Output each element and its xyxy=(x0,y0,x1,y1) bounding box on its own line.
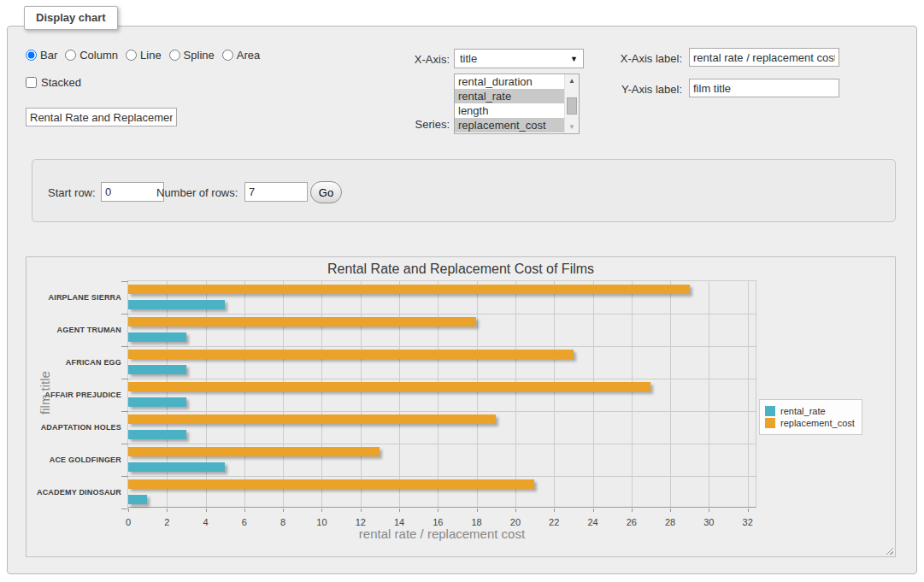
chart-type-radio-spline[interactable] xyxy=(169,50,180,61)
chart-title: Rental Rate and Replacement Cost of Film… xyxy=(26,262,895,277)
band-separator xyxy=(128,346,756,347)
gridline xyxy=(206,281,207,507)
scroll-down-icon[interactable]: ▼ xyxy=(565,121,579,133)
band-separator xyxy=(128,476,756,477)
x-axis-select[interactable]: title ▼ xyxy=(454,49,584,68)
stacked-checkbox[interactable] xyxy=(26,77,37,88)
x-axis-title: rental rate / replacement cost xyxy=(127,526,756,541)
x-tick-mark xyxy=(167,509,168,512)
band-separator xyxy=(128,314,756,315)
bar-rental_rate xyxy=(128,332,186,342)
category-label: ACADEMY DINOSAUR xyxy=(29,488,121,497)
x-tick-mark xyxy=(670,509,671,512)
x-tick-mark xyxy=(399,509,400,512)
y-axis-label-input[interactable] xyxy=(689,79,839,97)
bar-replacement_cost xyxy=(128,285,690,294)
y-tick-mark xyxy=(121,379,128,379)
band-separator xyxy=(128,379,756,379)
x-tick-mark xyxy=(244,509,245,512)
chart-type-option-spline: Spline xyxy=(169,49,215,62)
x-axis-label-caption: X-Axis label: xyxy=(598,52,682,65)
series-option-rental_rate[interactable]: rental_rate xyxy=(455,89,564,103)
chart-type-radio-column[interactable] xyxy=(65,50,76,61)
chart-type-radio-area[interactable] xyxy=(222,50,233,61)
num-rows-input[interactable] xyxy=(244,182,308,202)
series-option-rental_duration[interactable]: rental_duration xyxy=(455,74,564,89)
x-tick-mark xyxy=(632,509,633,512)
x-tick-mark xyxy=(593,509,594,512)
gridline xyxy=(632,281,633,507)
bar-replacement_cost xyxy=(128,414,496,424)
chart-type-label: Line xyxy=(140,49,162,62)
plot-area: 02468101214161820222426283032AIRPLANE SI… xyxy=(127,280,756,508)
resize-handle-icon[interactable] xyxy=(884,545,893,555)
category-label: AIRPLANE SIERRA xyxy=(29,293,121,302)
scroll-up-icon[interactable]: ▲ xyxy=(565,74,579,87)
legend-entry-replacement_cost: replacement_cost xyxy=(765,418,855,428)
bar-replacement_cost xyxy=(128,317,476,326)
scrollbar-track[interactable] xyxy=(565,87,579,121)
bar-replacement_cost xyxy=(128,479,534,489)
fieldset-legend: Display chart xyxy=(24,6,118,30)
legend-label: rental_rate xyxy=(780,406,826,416)
gridline xyxy=(438,281,438,507)
x-tick-mark xyxy=(477,509,478,512)
y-tick-mark xyxy=(121,509,128,509)
y-axis-title: film title xyxy=(38,346,52,440)
bar-replacement_cost xyxy=(128,447,380,456)
y-tick-mark xyxy=(121,314,128,315)
y-axis-label-caption: Y-Axis label: xyxy=(598,83,682,96)
y-tick-mark xyxy=(121,346,128,347)
stacked-label: Stacked xyxy=(41,76,81,89)
stacked-checkbox-row: Stacked xyxy=(26,76,81,89)
chart-type-label: Spline xyxy=(184,49,215,62)
chart-type-label: Bar xyxy=(40,49,57,62)
x-tick-mark xyxy=(361,509,362,512)
legend-label: replacement_cost xyxy=(780,418,855,428)
bar-replacement_cost xyxy=(128,350,574,359)
series-option-length[interactable]: length xyxy=(455,103,564,118)
chart-type-radio-bar[interactable] xyxy=(26,50,37,61)
start-row-label: Start row: xyxy=(48,186,96,199)
y-tick-mark xyxy=(121,476,128,477)
chart-type-option-bar: Bar xyxy=(26,49,57,62)
x-tick-mark xyxy=(128,509,129,512)
series-options: rental_durationrental_ratelengthreplacem… xyxy=(455,74,564,132)
gridline xyxy=(748,281,749,507)
chart-title-input[interactable] xyxy=(26,108,177,126)
series-scrollbar[interactable]: ▲ ▼ xyxy=(564,74,579,133)
bar-rental_rate xyxy=(128,430,186,439)
y-tick-mark xyxy=(121,444,128,444)
chart-type-option-column: Column xyxy=(65,49,118,62)
gridline xyxy=(361,281,362,507)
y-tick-mark xyxy=(121,411,128,412)
series-list-label: Series: xyxy=(376,118,450,131)
x-tick-mark xyxy=(206,509,207,512)
x-tick-mark xyxy=(554,509,555,512)
gridline xyxy=(709,281,709,507)
x-tick-mark xyxy=(283,509,284,512)
scrollbar-thumb[interactable] xyxy=(567,97,577,115)
x-tick-mark xyxy=(748,509,749,512)
x-axis-label-input[interactable] xyxy=(689,48,839,67)
category-label: AGENT TRUMAN xyxy=(29,326,121,334)
category-label: ACE GOLDFINGER xyxy=(29,456,121,464)
x-axis-select-label: X-Axis: xyxy=(376,53,450,66)
bar-replacement_cost xyxy=(128,382,650,391)
series-option-replacement_cost[interactable]: replacement_cost xyxy=(455,118,564,132)
chart-type-label: Column xyxy=(79,49,118,62)
page: Display chart BarColumnLineSplineArea St… xyxy=(0,0,924,582)
chart-panel: Rental Rate and Replacement Cost of Film… xyxy=(26,256,896,557)
gridline xyxy=(670,281,671,507)
band-separator xyxy=(128,444,756,444)
row-params-panel: Start row: Number of rows: Go xyxy=(32,159,896,222)
go-button[interactable]: Go xyxy=(310,181,342,203)
dropdown-arrow-icon: ▼ xyxy=(570,55,578,63)
chart-type-radio-line[interactable] xyxy=(126,50,137,61)
x-tick-mark xyxy=(321,509,322,512)
gridline xyxy=(477,281,478,507)
start-row-input[interactable] xyxy=(101,182,164,202)
num-rows-label: Number of rows: xyxy=(156,186,238,199)
gridline xyxy=(321,281,322,507)
series-listbox[interactable]: rental_durationrental_ratelengthreplacem… xyxy=(454,73,580,134)
